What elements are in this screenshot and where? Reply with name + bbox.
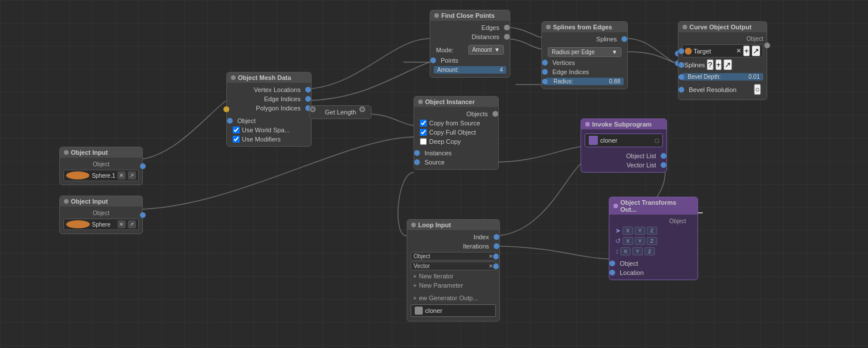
xyz-row-3: ↕ X Y Z	[613, 246, 694, 257]
vertices-label: Vertices	[552, 59, 575, 66]
use-world-spa-label: Use World Spa...	[242, 127, 290, 133]
splines-arrow-btn[interactable]: ↗	[723, 59, 732, 70]
splines-label: Splines	[596, 36, 617, 43]
use-world-spa-row[interactable]: Use World Spa...	[230, 125, 308, 135]
object-input-2-title: Object Input	[71, 198, 108, 205]
copy-full-object-checkbox[interactable]	[420, 129, 427, 136]
transforms-object-label: Object	[613, 217, 694, 225]
object-input-2-selector[interactable]: Sphere ✕ ↗	[63, 219, 139, 230]
amount-slider[interactable]: Amount: 4	[434, 66, 506, 74]
source-label: Source	[424, 159, 445, 166]
splines-output-row: Splines	[545, 35, 624, 44]
bevel-depth-value: 0.01	[749, 74, 760, 80]
object-input-1-browse[interactable]: ↗	[128, 171, 136, 179]
index-output-row: Index	[411, 232, 496, 242]
deep-copy-checkbox[interactable]	[420, 138, 427, 145]
get-length-node: Get Length	[309, 105, 372, 119]
bevel-res-label: Bevel Resolution	[684, 86, 737, 93]
transforms-object-in-label: Object	[620, 260, 638, 267]
splines-from-edges-node: Splines from Edges Splines Radius per Ed…	[541, 21, 628, 89]
polygon-indices-row: Polygon Indices	[230, 104, 308, 113]
loop-cloner-label: cloner	[425, 307, 442, 314]
splines-help-btn[interactable]: ?	[707, 59, 713, 70]
y-btn-3[interactable]: Y	[632, 247, 643, 255]
mode-dropdown[interactable]: Amount ▼	[468, 45, 504, 55]
x-btn-2[interactable]: X	[623, 237, 633, 245]
edges-label: Edges	[482, 24, 499, 31]
new-parameter-label: New Parameter	[419, 282, 463, 289]
object-input-node-1: Object Input Object Sphere.1 ✕ ↗	[59, 147, 143, 185]
location-label: Location	[620, 269, 644, 276]
object-input-2-clear[interactable]: ✕	[117, 220, 126, 228]
invoke-cloner-expand[interactable]: □	[655, 137, 659, 144]
splines-dropdown[interactable]: Radius per Edge ▼	[548, 47, 621, 57]
vector-iterator-row: Vector ✕	[411, 262, 496, 270]
new-parameter-plus: +	[413, 282, 416, 289]
target-add-btn[interactable]: +	[743, 45, 750, 56]
z-btn-3[interactable]: Z	[645, 247, 655, 255]
object-input-1-clear[interactable]: ✕	[117, 171, 126, 179]
z-btn-1[interactable]: Z	[647, 227, 657, 235]
new-iterator-plus: +	[413, 273, 416, 280]
mode-row: Mode: Amount ▼	[434, 44, 506, 56]
invoke-cloner-box: cloner □	[585, 133, 663, 147]
edge-indices-row-out: Edge Indices	[230, 94, 308, 104]
object-input-1-selector[interactable]: Sphere.1 ✕ ↗	[63, 170, 139, 181]
new-generator-label: ew Generator Outp...	[419, 295, 478, 301]
copy-from-source-row[interactable]: Copy from Source	[418, 118, 495, 128]
curve-splines-label: Splines	[684, 62, 705, 68]
y-btn-2[interactable]: Y	[635, 237, 645, 245]
object-input-2-value: Sphere	[92, 221, 116, 228]
splines-from-edges-title: Splines from Edges	[553, 24, 612, 30]
get-length-title: Get Length	[325, 109, 356, 116]
z-btn-2[interactable]: Z	[647, 237, 657, 245]
loop-input-title: Loop Input	[418, 221, 451, 228]
object-input-2-browse[interactable]: ↗	[128, 220, 136, 228]
new-iterator-row[interactable]: + New Iterator	[411, 271, 496, 281]
copy-full-object-row[interactable]: Copy Full Object	[418, 128, 495, 137]
distances-label: Distances	[472, 33, 499, 40]
copy-from-source-checkbox[interactable]	[420, 120, 427, 127]
radius-slider[interactable]: Radius: 0.88	[545, 78, 624, 85]
vertex-locations-row: Vertex Locations	[230, 85, 308, 94]
splines-add-btn[interactable]: +	[715, 59, 722, 70]
x-btn-3[interactable]: X	[620, 247, 631, 255]
object-input-1-header: Object Input	[60, 147, 142, 158]
find-close-points-node: Find Close Points Edges Distances Mode: …	[430, 10, 510, 78]
object-mesh-data-title: Object Mesh Data	[238, 74, 291, 81]
object-iterator-remove[interactable]: ✕	[488, 253, 493, 259]
new-generator-row[interactable]: + ew Generator Outp...	[411, 293, 496, 303]
instances-row: Instances	[418, 148, 495, 158]
target-icon	[685, 48, 692, 55]
vector-list-row: Vector List	[585, 160, 663, 170]
curve-object-output-node: Curve Object Output Object Target ✕ + ↗ …	[678, 21, 767, 100]
curve-object-output-header: Curve Object Output	[679, 22, 767, 32]
new-generator-plus: +	[413, 295, 416, 301]
curve-object-label: Object	[682, 35, 763, 43]
invoke-cloner-icon	[589, 136, 598, 145]
use-world-spa-checkbox[interactable]	[233, 127, 240, 133]
vector-iterator-remove[interactable]: ✕	[488, 263, 493, 269]
y-btn-1[interactable]: Y	[635, 227, 645, 235]
bevel-res-btn[interactable]: ○	[754, 84, 761, 95]
invoke-subprogram-title: Invoke Subprogram	[592, 121, 651, 128]
loop-input-node: Loop Input Index Iterations Object ✕ Vec…	[407, 219, 500, 322]
target-arrow-btn[interactable]: ↗	[752, 45, 760, 56]
loop-cloner-icon	[415, 307, 423, 315]
instances-label: Instances	[424, 150, 452, 156]
use-modifiers-checkbox[interactable]	[233, 136, 240, 143]
invoke-subprogram-header: Invoke Subprogram	[581, 119, 666, 129]
object-input-2-header: Object Input	[60, 196, 142, 206]
object-transforms-out-node: Object Transforms Out... Object ➤ X Y Z …	[609, 197, 698, 280]
vector-list-label: Vector List	[627, 162, 656, 169]
target-link-icon: ✕	[736, 47, 741, 55]
use-modifiers-row[interactable]: Use Modifiers	[230, 135, 308, 144]
deep-copy-row[interactable]: Deep Copy	[418, 137, 495, 146]
radius-value: 0.88	[609, 78, 620, 85]
x-btn-1[interactable]: X	[623, 227, 633, 235]
find-close-points-header: Find Close Points	[430, 10, 510, 21]
invoke-subprogram-node: Invoke Subprogram cloner □ Object List V…	[581, 118, 667, 173]
points-label: Points	[441, 57, 458, 64]
new-parameter-row[interactable]: + New Parameter	[411, 281, 496, 290]
copy-from-source-label: Copy from Source	[429, 120, 480, 127]
